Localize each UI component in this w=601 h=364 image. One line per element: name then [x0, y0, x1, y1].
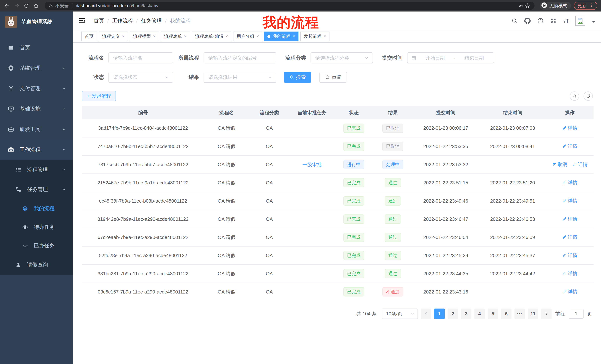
browser-back-icon[interactable]	[4, 2, 10, 9]
browser-forward-icon[interactable]	[13, 2, 20, 9]
goto-page-input[interactable]	[569, 309, 583, 319]
browser-home-icon[interactable]	[33, 2, 39, 9]
toggle-search-button[interactable]	[570, 91, 579, 101]
tab-start-process[interactable]: 发起流程×	[300, 31, 330, 41]
sidebar-item-task-management[interactable]: 任务管理	[0, 180, 73, 199]
process-definition-input[interactable]	[204, 52, 276, 63]
detail-action-link[interactable]: 详情	[562, 125, 577, 131]
page-button-6[interactable]: 6	[501, 308, 511, 319]
detail-action-link[interactable]: 详情	[562, 216, 577, 222]
logo-title: 芋道管理系统	[21, 18, 52, 25]
page-button-11[interactable]: 11	[528, 308, 538, 319]
tab-close-icon[interactable]: ×	[324, 34, 326, 38]
hamburger-icon[interactable]	[78, 17, 86, 25]
sidebar-item-todo-tasks[interactable]: 待办任务	[0, 218, 73, 236]
page-button-1[interactable]: 1	[434, 308, 445, 319]
sidebar-item-my-process[interactable]: 我的流程	[0, 199, 73, 218]
tab-close-icon[interactable]: ×	[257, 34, 259, 38]
category-cell: OA	[249, 246, 290, 265]
prev-page-button[interactable]	[421, 308, 431, 319]
breadcrumb-separator: /	[107, 18, 109, 24]
tab-close-icon[interactable]: ×	[122, 34, 125, 38]
sidebar-item-payment[interactable]: 支付管理	[0, 78, 73, 99]
sidebar-logo[interactable]: 芋道管理系统	[0, 11, 73, 32]
process-name-input[interactable]	[109, 52, 173, 63]
sidebar-item-workflow[interactable]: 工作流程	[0, 140, 73, 160]
not-secure-warning-icon[interactable]	[48, 3, 53, 8]
sidebar-item-home[interactable]: 首页	[0, 38, 73, 58]
breadcrumb-item[interactable]: 任务管理	[141, 17, 162, 24]
sidebar-item-leave-query[interactable]: 请假查询	[0, 255, 73, 275]
create-process-button[interactable]: + 发起流程	[82, 91, 116, 101]
cancel-action-link[interactable]: 取消	[552, 161, 567, 168]
avatar-caret-icon[interactable]	[592, 21, 595, 25]
url-path: /bpm/task/my	[132, 3, 159, 8]
fullscreen-icon[interactable]	[550, 18, 557, 24]
toolbox-icon	[8, 126, 14, 133]
tab-user-group[interactable]: 用户分组×	[233, 31, 262, 41]
result-cell: 通过	[373, 246, 412, 265]
page-size-select[interactable]: 10条/页	[382, 308, 418, 319]
detail-action-link[interactable]: 详情	[562, 252, 577, 259]
user-avatar[interactable]	[575, 16, 585, 26]
chevron-down-icon	[62, 66, 66, 70]
page-button-3[interactable]: 3	[461, 308, 471, 319]
breadcrumb-separator: /	[165, 18, 167, 24]
tab-my-process[interactable]: 我的流程×	[264, 31, 299, 41]
bookmark-star-icon[interactable]	[524, 2, 531, 9]
more-pages-button[interactable]: •••	[514, 308, 525, 319]
sidebar-item-done-tasks[interactable]: 已办任务	[0, 236, 73, 255]
tab-process-model[interactable]: 流程模型×	[130, 31, 159, 41]
sidebar-item-system[interactable]: 系统管理	[0, 58, 73, 78]
tab-process-form-edit[interactable]: 流程表单-编辑×	[192, 31, 231, 41]
result-select[interactable]: 请选择流结果	[204, 72, 276, 83]
tab-process-form[interactable]: 流程表单×	[161, 31, 190, 41]
tab-close-icon[interactable]: ×	[293, 34, 295, 38]
browser-update-button[interactable]: 更新	[574, 2, 597, 10]
screen: 不安全 dashboard.yudao.iocoder.cn/bpm/task/…	[0, 0, 601, 364]
search-icon[interactable]	[511, 18, 518, 24]
detail-action-link[interactable]: 详情	[562, 288, 577, 295]
content: 流程名 所属流程 流程分类 请选择流程分类	[73, 43, 601, 364]
page-button-4[interactable]: 4	[474, 308, 485, 319]
detail-action-link[interactable]: 详情	[562, 198, 577, 204]
help-icon[interactable]	[537, 18, 544, 24]
status-select[interactable]: 请选择状态	[109, 72, 173, 83]
tab-close-icon[interactable]: ×	[226, 34, 228, 38]
detail-action-link[interactable]: 详情	[572, 161, 588, 168]
detail-action-link[interactable]: 详情	[562, 270, 577, 277]
breadcrumb-item[interactable]: 工作流程	[112, 17, 133, 24]
process-table: 编号流程名流程分类当前审批任务状态结果提交时间结束时间操作 3ad174fb-7…	[82, 106, 594, 301]
pagination: 共 104 条 10条/页 123456•••11 前往 页	[82, 308, 593, 319]
status-badge: 已取消	[382, 124, 403, 133]
font-size-icon[interactable]: TT	[563, 18, 569, 24]
sidebar-item-infrastructure[interactable]: 基础设施	[0, 99, 73, 119]
breadcrumb-item[interactable]: 首页	[94, 17, 104, 24]
browser-menu-dots-icon[interactable]	[589, 3, 594, 9]
detail-action-link[interactable]: 详情	[562, 179, 577, 186]
detail-action-link[interactable]: 详情	[562, 234, 577, 240]
address-bar[interactable]: 不安全 dashboard.yudao.iocoder.cn/bpm/task/…	[45, 2, 534, 10]
tab-close-icon[interactable]: ×	[184, 34, 187, 38]
page-button-5[interactable]: 5	[488, 308, 498, 319]
github-icon[interactable]	[524, 18, 531, 24]
tab-process-definition[interactable]: 流程定义×	[99, 31, 128, 41]
end-time-cell: 2022-01-23 00:08:41	[479, 137, 546, 155]
current-task-link[interactable]: 一级审批	[302, 162, 322, 167]
reset-button[interactable]: 重置	[320, 72, 347, 83]
current-task-cell: 一级审批	[290, 155, 334, 174]
search-button[interactable]: 搜索	[284, 72, 311, 83]
sidebar-item-process-management[interactable]: 流程管理	[0, 160, 73, 180]
detail-action-link[interactable]: 详情	[562, 143, 577, 150]
next-page-button[interactable]	[541, 308, 551, 319]
page-button-2[interactable]: 2	[448, 308, 458, 319]
tab-close-icon[interactable]: ×	[153, 34, 156, 38]
tab-home[interactable]: 首页	[81, 31, 97, 41]
browser-reload-icon[interactable]	[23, 2, 30, 9]
sidebar-item-devtools[interactable]: 研发工具	[0, 119, 73, 140]
submit-time-range-picker[interactable]: 开始日期 - 结束日期	[407, 52, 494, 63]
refresh-table-button[interactable]	[583, 91, 593, 101]
key-icon[interactable]	[517, 2, 524, 9]
breadcrumb-item: 我的流程	[170, 17, 191, 24]
category-select[interactable]: 请选择流程分类	[311, 52, 373, 63]
